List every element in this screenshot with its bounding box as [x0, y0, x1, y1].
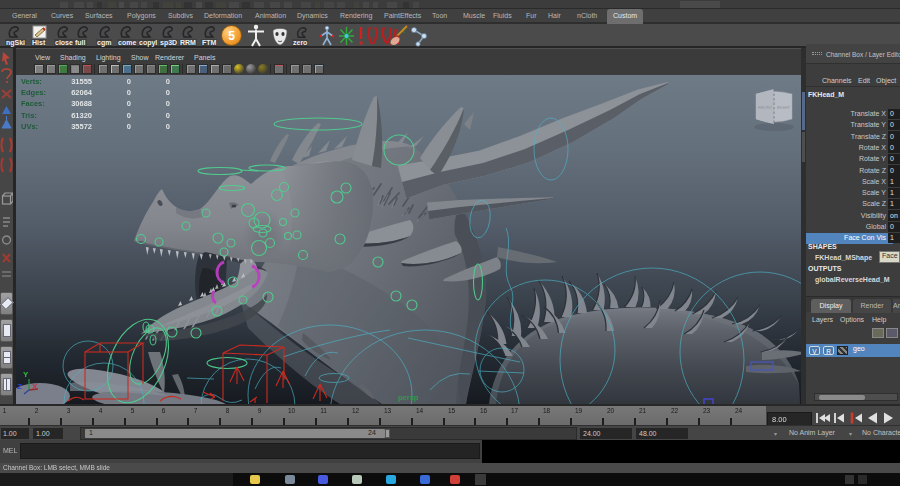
- svg-text:Tris:: Tris:: [21, 111, 37, 120]
- svg-text:31555: 31555: [71, 77, 92, 86]
- svg-text:0: 0: [166, 122, 170, 131]
- svg-text:RIGHT: RIGHT: [777, 105, 790, 110]
- svg-text:61320: 61320: [71, 111, 92, 120]
- svg-text:persp: persp: [398, 393, 419, 402]
- svg-text:X: X: [32, 382, 38, 391]
- svg-text:0: 0: [127, 111, 131, 120]
- svg-text:UVs:: UVs:: [21, 122, 38, 131]
- svg-text:0: 0: [127, 88, 131, 97]
- svg-text:0: 0: [166, 111, 170, 120]
- svg-text:0: 0: [166, 99, 170, 108]
- svg-text:Y: Y: [23, 370, 29, 379]
- svg-text:30688: 30688: [71, 99, 92, 108]
- svg-text:Faces:: Faces:: [21, 99, 45, 108]
- svg-text:Verts:: Verts:: [21, 77, 42, 86]
- svg-text:0: 0: [127, 122, 131, 131]
- svg-text:0: 0: [166, 88, 170, 97]
- svg-text:0: 0: [166, 77, 170, 86]
- svg-text:Z: Z: [17, 382, 22, 391]
- svg-text:35572: 35572: [71, 122, 92, 131]
- svg-text:FRONT: FRONT: [758, 105, 773, 110]
- svg-text:0: 0: [127, 77, 131, 86]
- svg-text:Edges:: Edges:: [21, 88, 46, 97]
- svg-text:62064: 62064: [71, 88, 93, 97]
- svg-text:0: 0: [127, 99, 131, 108]
